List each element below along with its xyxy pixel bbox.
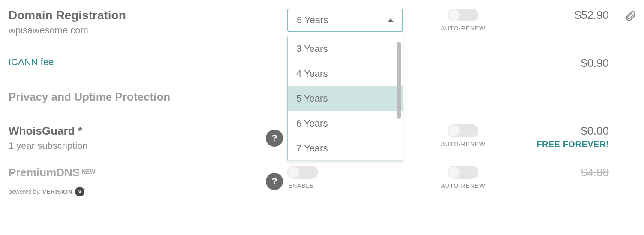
premiumdns-title-wrap: PremiumDNSNEW bbox=[9, 166, 96, 179]
premiumdns-enable-col: ENABLE bbox=[287, 166, 416, 189]
chevron-up-icon bbox=[388, 18, 394, 22]
domain-actions bbox=[613, 9, 644, 21]
premiumdns-title: PremiumDNS bbox=[9, 166, 80, 179]
whoisguard-free-label: FREE FOREVER! bbox=[510, 139, 609, 149]
domain-registration-info: Domain Registration wpisawesome.com bbox=[9, 9, 283, 36]
domain-registration-title: Domain Registration bbox=[9, 9, 283, 22]
whoisguard-help-icon[interactable]: ? bbox=[266, 130, 283, 147]
icann-fee-label: ICANN fee bbox=[9, 57, 283, 68]
whoisguard-autorenew-col: AUTO-RENEW bbox=[420, 124, 506, 148]
duration-selected-value: 5 Years bbox=[297, 15, 328, 26]
duration-select[interactable]: 5 Years 3 Years 4 Years 5 Years 6 Years … bbox=[287, 9, 403, 32]
icann-info: ICANN fee bbox=[9, 57, 283, 68]
icann-fee-price: $0.90 bbox=[510, 57, 609, 70]
duration-option[interactable]: 6 Years bbox=[288, 111, 403, 136]
whoisguard-price: $0.00 bbox=[510, 124, 609, 138]
domain-price-col: $52.90 bbox=[510, 9, 609, 22]
premiumdns-price-col: $4.88 bbox=[510, 166, 609, 179]
premiumdns-price: $4.88 bbox=[510, 166, 609, 179]
premiumdns-enable-toggle[interactable] bbox=[287, 166, 318, 179]
premiumdns-left: PremiumDNSNEW powered by VERISIGN V ? bbox=[9, 166, 283, 196]
premiumdns-enable-label: ENABLE bbox=[288, 182, 314, 189]
verisign-logo-icon: V bbox=[75, 187, 84, 196]
paperclip-icon[interactable] bbox=[625, 10, 636, 21]
whoisguard-price-col: $0.00 FREE FOREVER! bbox=[510, 124, 609, 149]
powered-brand: VERISIGN bbox=[42, 188, 72, 195]
duration-option[interactable]: 4 Years bbox=[288, 61, 403, 86]
domain-autorenew-label: AUTO-RENEW bbox=[441, 25, 485, 32]
powered-prefix: powered by bbox=[9, 188, 39, 195]
duration-option[interactable]: 3 Years bbox=[288, 36, 403, 61]
duration-select-box[interactable]: 5 Years bbox=[287, 9, 403, 32]
premiumdns-row: PremiumDNSNEW powered by VERISIGN V ? EN… bbox=[9, 166, 635, 196]
duration-option[interactable]: 5 Years bbox=[288, 86, 403, 111]
icann-price-col: $0.90 bbox=[510, 57, 609, 70]
domain-price: $52.90 bbox=[510, 9, 609, 22]
whoisguard-autorenew-toggle[interactable] bbox=[448, 124, 478, 137]
new-badge: NEW bbox=[81, 168, 96, 175]
premiumdns-autorenew-label: AUTO-RENEW bbox=[441, 182, 485, 189]
domain-registration-row: Domain Registration wpisawesome.com 5 Ye… bbox=[9, 9, 635, 36]
dropdown-scrollbar[interactable] bbox=[397, 42, 401, 119]
domain-name: wpisawesome.com bbox=[9, 25, 283, 36]
powered-by: powered by VERISIGN V bbox=[9, 187, 96, 196]
premiumdns-autorenew-toggle[interactable] bbox=[448, 166, 478, 179]
duration-dropdown: 3 Years 4 Years 5 Years 6 Years 7 Years bbox=[287, 36, 403, 161]
whoisguard-sub: 1 year subscription bbox=[9, 140, 88, 151]
whoisguard-left: WhoisGuard * 1 year subscription ? bbox=[9, 124, 283, 151]
privacy-uptime-header: Privacy and Uptime Protection bbox=[9, 90, 283, 104]
whoisguard-title: WhoisGuard * bbox=[9, 124, 88, 138]
premiumdns-help-icon[interactable]: ? bbox=[266, 173, 283, 190]
duration-option[interactable]: 7 Years bbox=[288, 136, 403, 161]
whoisguard-autorenew-label: AUTO-RENEW bbox=[441, 141, 485, 148]
premiumdns-autorenew-col: AUTO-RENEW bbox=[420, 166, 506, 189]
domain-autorenew-col: AUTO-RENEW bbox=[420, 9, 506, 32]
domain-autorenew-toggle[interactable] bbox=[448, 9, 478, 21]
